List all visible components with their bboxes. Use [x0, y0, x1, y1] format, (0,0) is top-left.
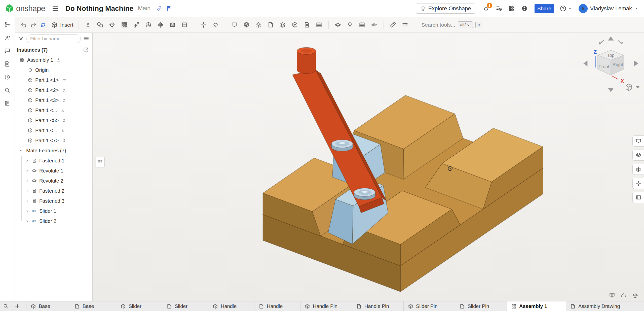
copy-link-icon[interactable] — [156, 5, 162, 12]
snapshot-button[interactable] — [168, 20, 177, 30]
expand-chevron-icon[interactable] — [25, 219, 29, 223]
avatar[interactable] — [579, 4, 588, 13]
tab-search-button[interactable] — [0, 301, 12, 311]
display-options-button[interactable] — [632, 135, 644, 147]
expand-chevron-icon[interactable] — [25, 189, 29, 193]
model-canvas[interactable] — [93, 33, 644, 301]
tab-base-1[interactable]: Base — [26, 301, 70, 311]
viewcube-rotate-right-arrow[interactable] — [634, 60, 638, 66]
insert-button[interactable]: Insert — [51, 21, 73, 29]
tree-item-part-1-6[interactable]: Part 1 <... — [15, 125, 92, 135]
bom-table-button[interactable] — [632, 192, 644, 203]
sheet-metal-button[interactable] — [266, 20, 276, 30]
units-icon[interactable] — [632, 292, 638, 299]
redo-button[interactable] — [28, 20, 38, 30]
tab-slider-pin-10[interactable]: Slider Pin — [455, 301, 507, 311]
appearance-button[interactable] — [242, 20, 251, 30]
user-menu-chevron-icon[interactable] — [634, 6, 639, 11]
comments-button[interactable] — [2, 46, 12, 56]
learning-center-button[interactable] — [521, 5, 528, 12]
tree-item-part-1-1[interactable]: Part 1 <1> — [15, 75, 92, 85]
view-menu-chevron-icon[interactable] — [636, 86, 639, 88]
main-menu-button[interactable] — [52, 5, 59, 12]
notebook-button[interactable] — [2, 98, 12, 108]
exploded-view-button[interactable] — [632, 178, 644, 189]
circular-pattern-button[interactable] — [144, 20, 153, 30]
follow-flag-icon[interactable] — [166, 5, 172, 12]
variable-studio-button[interactable] — [369, 20, 379, 30]
expand-chevron-icon[interactable] — [25, 199, 29, 203]
filter-icon[interactable] — [18, 36, 24, 42]
group-button[interactable] — [95, 20, 105, 30]
tab-assembly-1-11[interactable]: Assembly 1 — [507, 301, 566, 311]
onshape-logo[interactable] — [5, 4, 14, 13]
tree-item-fastened-2[interactable]: Fastened 2 — [15, 186, 92, 196]
display-states-button[interactable] — [230, 20, 239, 30]
notifications-button[interactable]: 1 — [482, 5, 489, 12]
sync-status-icon[interactable] — [620, 292, 627, 299]
mate-button[interactable] — [83, 20, 93, 30]
viewcube-rotate-up-arrow[interactable] — [608, 37, 614, 41]
viewport-3d[interactable]: Top Front Right Z X — [93, 33, 644, 301]
mate-connector-button[interactable] — [107, 20, 117, 30]
help-menu-button[interactable] — [560, 5, 573, 12]
viewcube-rotate-left-arrow[interactable] — [583, 60, 587, 66]
tab-handle-pin-8[interactable]: Handle Pin — [352, 301, 404, 311]
tree-item-fastened-3[interactable]: Fastened 3 — [15, 196, 92, 206]
tree-item-part-1-2[interactable]: Part 1 <2> — [15, 85, 92, 95]
list-options-icon[interactable] — [83, 36, 89, 42]
section-view-button[interactable] — [632, 164, 644, 175]
filter-input[interactable] — [26, 34, 81, 43]
animate-button[interactable] — [211, 20, 220, 30]
expand-chevron-icon[interactable] — [25, 169, 29, 173]
viewcube-rotate-down-arrow[interactable] — [608, 88, 614, 92]
tree-item-part-1-4[interactable]: Part 1 <... — [15, 105, 92, 115]
tree-item-revolute-2[interactable]: Revolute 2 — [15, 176, 92, 186]
tree-item-assembly-1[interactable]: Assembly 1 — [15, 55, 92, 65]
panel-collapse-button[interactable] — [96, 157, 105, 167]
tree-item-revolute-1[interactable]: Revolute 1 — [15, 166, 92, 176]
tab-slider-3[interactable]: Slider — [116, 301, 162, 311]
expand-chevron-icon[interactable] — [25, 159, 29, 163]
model-handle-pin-1-dome[interactable] — [339, 142, 345, 144]
replicate-button[interactable] — [120, 20, 129, 30]
create-drawing-button[interactable] — [302, 20, 312, 30]
new-tab-button[interactable] — [12, 301, 23, 311]
simulation-button[interactable] — [333, 20, 343, 30]
tree-item-fastened-1[interactable]: Fastened 1 — [15, 156, 92, 166]
exploded-view-button[interactable] — [199, 20, 208, 30]
undo-button[interactable] — [19, 20, 28, 30]
tree-item-part-1-7[interactable]: Part 1 <7> — [15, 135, 92, 146]
pcb-studio-button[interactable] — [357, 20, 367, 30]
model-handle-pin-2-dome[interactable] — [362, 191, 368, 193]
tree-item-slider-2[interactable]: Slider 2 — [15, 216, 92, 226]
in-context-button[interactable] — [290, 20, 300, 30]
history-button[interactable] — [2, 72, 12, 82]
frames-button[interactable] — [278, 20, 288, 30]
search-tools[interactable]: Search tools... alt/⌥ c — [422, 21, 482, 28]
configurations-button[interactable] — [254, 20, 263, 30]
expand-chevron-icon[interactable] — [25, 179, 29, 183]
mirror-button[interactable] — [156, 20, 165, 30]
bom-button[interactable] — [314, 20, 324, 30]
measure-button[interactable] — [388, 20, 398, 30]
tab-handle-pin-7[interactable]: Handle Pin — [300, 301, 352, 311]
tab-slider-pin-9[interactable]: Slider Pin — [404, 301, 455, 311]
mass-properties-button[interactable] — [400, 20, 410, 30]
tree-item-origin[interactable]: Origin — [15, 65, 92, 75]
view-cube[interactable]: Top Front Right Z X — [581, 35, 643, 96]
share-button[interactable]: Share — [535, 4, 554, 13]
insert-instance-button[interactable] — [83, 47, 89, 53]
tree-item-mate-features[interactable]: Mate Features (7) — [15, 146, 92, 156]
tab-base-2[interactable]: Base — [70, 301, 116, 311]
tasks-button[interactable] — [496, 5, 502, 12]
app-store-button[interactable] — [508, 5, 515, 12]
version-graph-button[interactable] — [2, 20, 12, 30]
feedback-icon[interactable] — [609, 292, 615, 299]
update-button[interactable] — [38, 20, 48, 30]
expand-chevron-icon[interactable] — [25, 209, 29, 213]
tree-item-slider-1[interactable]: Slider 1 — [15, 206, 92, 216]
model-handle-knob-face[interactable] — [301, 49, 312, 53]
tab-handle-6[interactable]: Handle — [254, 301, 300, 311]
named-positions-button[interactable] — [180, 20, 190, 30]
